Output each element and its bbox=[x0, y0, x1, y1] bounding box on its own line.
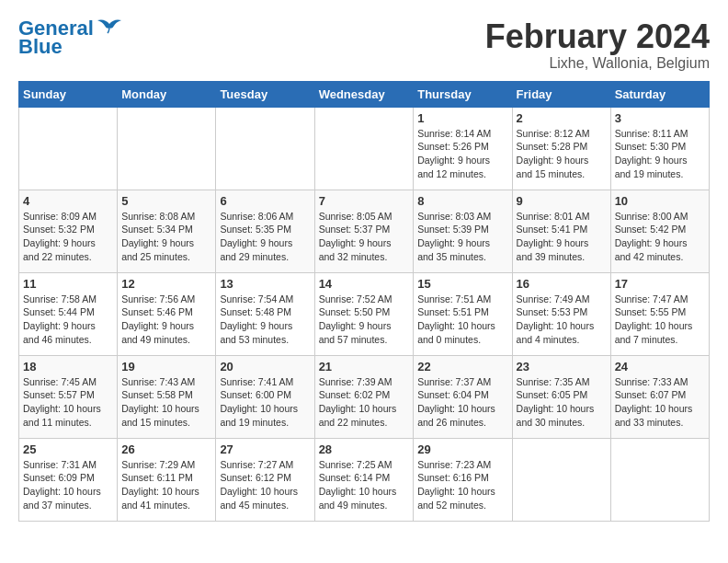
day-number: 24 bbox=[615, 360, 705, 373]
day-info: Sunrise: 8:06 AMSunset: 5:35 PMDaylight:… bbox=[220, 210, 310, 264]
day-info: Sunrise: 7:41 AMSunset: 6:00 PMDaylight:… bbox=[220, 375, 310, 430]
page-title: February 2024 bbox=[485, 18, 710, 55]
calendar-cell: 6Sunrise: 8:06 AMSunset: 5:35 PMDaylight… bbox=[216, 190, 314, 272]
calendar-cell: 11Sunrise: 7:58 AMSunset: 5:44 PMDayligh… bbox=[19, 272, 118, 355]
calendar-cell: 3Sunrise: 8:11 AMSunset: 5:30 PMDaylight… bbox=[610, 107, 709, 190]
calendar-cell bbox=[19, 107, 118, 190]
calendar-cell: 28Sunrise: 7:25 AMSunset: 6:14 PMDayligh… bbox=[314, 438, 414, 521]
day-info: Sunrise: 8:01 AMSunset: 5:41 PMDaylight:… bbox=[517, 210, 607, 264]
day-info: Sunrise: 7:29 AMSunset: 6:11 PMDaylight:… bbox=[121, 458, 211, 512]
day-number: 12 bbox=[121, 277, 211, 291]
day-info: Sunrise: 7:51 AMSunset: 5:51 PMDaylight:… bbox=[417, 293, 507, 347]
calendar-cell: 8Sunrise: 8:03 AMSunset: 5:39 PMDaylight… bbox=[414, 190, 512, 272]
day-info: Sunrise: 7:37 AMSunset: 6:04 PMDaylight:… bbox=[417, 375, 507, 430]
calendar-cell: 12Sunrise: 7:56 AMSunset: 5:46 PMDayligh… bbox=[118, 272, 216, 355]
day-info: Sunrise: 7:52 AMSunset: 5:50 PMDaylight:… bbox=[319, 293, 410, 347]
calendar-week-5: 25Sunrise: 7:31 AMSunset: 6:09 PMDayligh… bbox=[19, 438, 710, 521]
calendar-cell: 18Sunrise: 7:45 AMSunset: 5:57 PMDayligh… bbox=[19, 355, 118, 438]
day-number: 28 bbox=[319, 442, 410, 456]
day-number: 2 bbox=[517, 111, 607, 125]
day-info: Sunrise: 7:54 AMSunset: 5:48 PMDaylight:… bbox=[220, 293, 310, 347]
day-number: 4 bbox=[23, 194, 113, 208]
day-number: 9 bbox=[517, 194, 607, 208]
header-cell-monday: Monday bbox=[118, 81, 216, 107]
day-number: 19 bbox=[121, 360, 211, 373]
header-cell-thursday: Thursday bbox=[414, 81, 512, 107]
page-subtitle: Lixhe, Wallonia, Belgium bbox=[485, 55, 710, 72]
calendar-cell: 10Sunrise: 8:00 AMSunset: 5:42 PMDayligh… bbox=[610, 190, 709, 272]
day-number: 5 bbox=[121, 194, 211, 208]
day-number: 17 bbox=[615, 277, 705, 291]
logo: General Blue bbox=[18, 18, 123, 59]
day-number: 3 bbox=[615, 111, 705, 125]
calendar-cell: 17Sunrise: 7:47 AMSunset: 5:55 PMDayligh… bbox=[610, 272, 709, 355]
calendar-cell: 4Sunrise: 8:09 AMSunset: 5:32 PMDaylight… bbox=[19, 190, 118, 272]
day-number: 26 bbox=[121, 442, 211, 456]
calendar-cell: 23Sunrise: 7:35 AMSunset: 6:05 PMDayligh… bbox=[512, 355, 610, 438]
day-info: Sunrise: 8:11 AMSunset: 5:30 PMDaylight:… bbox=[615, 127, 705, 181]
calendar-cell bbox=[314, 107, 414, 190]
day-info: Sunrise: 7:31 AMSunset: 6:09 PMDaylight:… bbox=[23, 458, 113, 512]
calendar-week-3: 11Sunrise: 7:58 AMSunset: 5:44 PMDayligh… bbox=[19, 272, 710, 355]
calendar-cell bbox=[610, 438, 709, 521]
day-info: Sunrise: 7:25 AMSunset: 6:14 PMDaylight:… bbox=[319, 458, 410, 512]
day-info: Sunrise: 7:35 AMSunset: 6:05 PMDaylight:… bbox=[517, 375, 607, 430]
day-info: Sunrise: 7:47 AMSunset: 5:55 PMDaylight:… bbox=[615, 293, 705, 347]
day-info: Sunrise: 7:58 AMSunset: 5:44 PMDaylight:… bbox=[23, 293, 113, 347]
header-cell-sunday: Sunday bbox=[19, 81, 118, 107]
day-info: Sunrise: 8:09 AMSunset: 5:32 PMDaylight:… bbox=[23, 210, 113, 264]
day-number: 10 bbox=[615, 194, 705, 208]
calendar-week-1: 1Sunrise: 8:14 AMSunset: 5:26 PMDaylight… bbox=[19, 107, 710, 190]
day-number: 1 bbox=[417, 111, 507, 125]
calendar-cell: 5Sunrise: 8:08 AMSunset: 5:34 PMDaylight… bbox=[118, 190, 216, 272]
day-info: Sunrise: 8:14 AMSunset: 5:26 PMDaylight:… bbox=[417, 127, 507, 181]
day-number: 6 bbox=[220, 194, 310, 208]
calendar-table: SundayMondayTuesdayWednesdayThursdayFrid… bbox=[18, 81, 710, 522]
day-info: Sunrise: 8:00 AMSunset: 5:42 PMDaylight:… bbox=[615, 210, 705, 264]
calendar-cell: 21Sunrise: 7:39 AMSunset: 6:02 PMDayligh… bbox=[314, 355, 414, 438]
day-number: 8 bbox=[417, 194, 507, 208]
header-row: SundayMondayTuesdayWednesdayThursdayFrid… bbox=[19, 81, 710, 107]
calendar-body: 1Sunrise: 8:14 AMSunset: 5:26 PMDaylight… bbox=[19, 107, 710, 521]
calendar-cell: 15Sunrise: 7:51 AMSunset: 5:51 PMDayligh… bbox=[414, 272, 512, 355]
calendar-cell bbox=[216, 107, 314, 190]
calendar-cell: 27Sunrise: 7:27 AMSunset: 6:12 PMDayligh… bbox=[216, 438, 314, 521]
calendar-cell: 9Sunrise: 8:01 AMSunset: 5:41 PMDaylight… bbox=[512, 190, 610, 272]
calendar-cell: 22Sunrise: 7:37 AMSunset: 6:04 PMDayligh… bbox=[414, 355, 512, 438]
calendar-cell: 26Sunrise: 7:29 AMSunset: 6:11 PMDayligh… bbox=[118, 438, 216, 521]
day-info: Sunrise: 7:23 AMSunset: 6:16 PMDaylight:… bbox=[417, 458, 507, 512]
day-info: Sunrise: 7:49 AMSunset: 5:53 PMDaylight:… bbox=[517, 293, 607, 347]
calendar-cell: 14Sunrise: 7:52 AMSunset: 5:50 PMDayligh… bbox=[314, 272, 414, 355]
calendar-cell: 20Sunrise: 7:41 AMSunset: 6:00 PMDayligh… bbox=[216, 355, 314, 438]
page-header: General Blue February 2024 Lixhe, Wallon… bbox=[18, 18, 710, 72]
header-cell-wednesday: Wednesday bbox=[314, 81, 414, 107]
day-number: 21 bbox=[319, 360, 410, 373]
day-number: 29 bbox=[417, 442, 507, 456]
day-info: Sunrise: 7:39 AMSunset: 6:02 PMDaylight:… bbox=[319, 375, 410, 430]
day-info: Sunrise: 7:56 AMSunset: 5:46 PMDaylight:… bbox=[121, 293, 211, 347]
day-number: 11 bbox=[23, 277, 113, 291]
calendar-cell bbox=[512, 438, 610, 521]
day-info: Sunrise: 8:12 AMSunset: 5:28 PMDaylight:… bbox=[517, 127, 607, 181]
day-number: 25 bbox=[23, 442, 113, 456]
calendar-week-4: 18Sunrise: 7:45 AMSunset: 5:57 PMDayligh… bbox=[19, 355, 710, 438]
day-number: 27 bbox=[220, 442, 310, 456]
calendar-week-2: 4Sunrise: 8:09 AMSunset: 5:32 PMDaylight… bbox=[19, 190, 710, 272]
header-cell-tuesday: Tuesday bbox=[216, 81, 314, 107]
day-info: Sunrise: 8:05 AMSunset: 5:37 PMDaylight:… bbox=[319, 210, 410, 264]
day-number: 22 bbox=[417, 360, 507, 373]
calendar-cell: 16Sunrise: 7:49 AMSunset: 5:53 PMDayligh… bbox=[512, 272, 610, 355]
day-number: 13 bbox=[220, 277, 310, 291]
logo-blue-text: Blue bbox=[18, 35, 63, 59]
day-number: 16 bbox=[517, 277, 607, 291]
day-number: 7 bbox=[319, 194, 410, 208]
calendar-cell: 24Sunrise: 7:33 AMSunset: 6:07 PMDayligh… bbox=[610, 355, 709, 438]
day-number: 15 bbox=[417, 277, 507, 291]
day-info: Sunrise: 8:03 AMSunset: 5:39 PMDaylight:… bbox=[417, 210, 507, 264]
day-number: 23 bbox=[517, 360, 607, 373]
day-info: Sunrise: 8:08 AMSunset: 5:34 PMDaylight:… bbox=[121, 210, 211, 264]
calendar-cell: 29Sunrise: 7:23 AMSunset: 6:16 PMDayligh… bbox=[414, 438, 512, 521]
day-info: Sunrise: 7:27 AMSunset: 6:12 PMDaylight:… bbox=[220, 458, 310, 512]
title-block: February 2024 Lixhe, Wallonia, Belgium bbox=[485, 18, 710, 72]
day-number: 20 bbox=[220, 360, 310, 373]
